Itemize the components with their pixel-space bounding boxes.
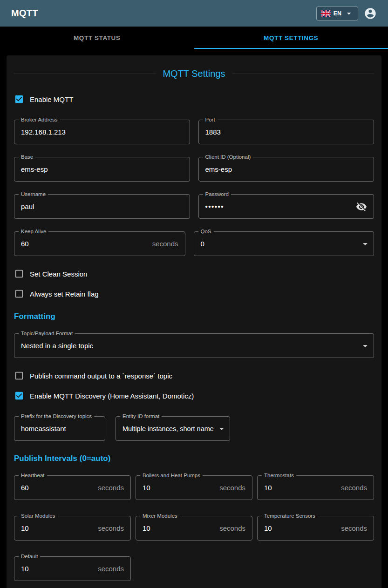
- qos-select[interactable]: QoS 0: [194, 231, 374, 256]
- base-input[interactable]: Base ems-esp: [14, 157, 190, 182]
- intervals-grid: Heartbeat 60 seconds Boilers and Heat Pu…: [14, 475, 374, 581]
- field-value: 10: [143, 484, 150, 492]
- form-row: Prefix for the Discovery topics homeassi…: [14, 416, 374, 441]
- field-label: Prefix for the Discovery topics: [19, 413, 94, 419]
- form-row: Username paul Password ••••••: [14, 194, 374, 219]
- divider-line: [232, 74, 374, 74]
- checkbox-label: Publish command output to a `response` t…: [30, 372, 172, 380]
- topic-payload-format-select[interactable]: Topic/Payload Format Nested in a single …: [14, 333, 374, 358]
- formatting-heading: Formatting: [14, 312, 374, 321]
- field-label: Solar Modules: [19, 513, 58, 519]
- field-value: 10: [143, 524, 150, 532]
- checkbox-unchecked-icon: [14, 289, 24, 299]
- field-label: Password: [203, 191, 231, 197]
- tab-bar: MQTT STATUS MQTT SETTINGS: [0, 27, 388, 49]
- field-label: Broker Address: [19, 117, 60, 122]
- checkbox-label: Set Clean Session: [30, 270, 87, 278]
- field-value: ems-esp: [205, 165, 232, 173]
- field-label: Keep Alive: [19, 229, 48, 234]
- field-value: ••••••: [205, 203, 225, 210]
- app-bar: MQTT EN: [0, 0, 388, 27]
- form-row: Broker Address 192.168.1.213 Port 1883: [14, 120, 374, 144]
- retain-flag-checkbox[interactable]: Always set Retain flag: [14, 289, 374, 299]
- field-value: 60: [21, 484, 29, 492]
- response-topic-checkbox[interactable]: Publish command output to a `response` t…: [14, 371, 374, 381]
- publish-intervals-heading: Publish Intervals (0=auto): [14, 454, 374, 463]
- uk-flag-icon: [321, 10, 331, 17]
- field-suffix: seconds: [98, 484, 124, 492]
- field-value: 10: [264, 484, 272, 492]
- discovery-prefix-input[interactable]: Prefix for the Discovery topics homeassi…: [14, 416, 105, 441]
- visibility-off-icon: [356, 201, 367, 212]
- field-label: Client ID (Optional): [203, 154, 253, 160]
- boilers-interval-input[interactable]: Boilers and Heat Pumps 10 seconds: [136, 475, 252, 500]
- field-value: 10: [264, 524, 272, 532]
- account-circle-icon: [364, 7, 377, 20]
- port-input[interactable]: Port 1883: [198, 120, 374, 144]
- field-value: Multiple instances, short name: [123, 425, 214, 433]
- field-label: Heartbeat: [19, 473, 47, 478]
- app-title: MQTT: [11, 8, 38, 19]
- solar-modules-interval-input[interactable]: Solar Modules 10 seconds: [14, 516, 131, 541]
- set-clean-session-checkbox[interactable]: Set Clean Session: [14, 269, 374, 279]
- field-value: 1883: [205, 128, 221, 136]
- account-button[interactable]: [364, 7, 377, 20]
- enable-mqtt-checkbox[interactable]: Enable MQTT: [14, 94, 374, 104]
- dropdown-arrow-icon: [217, 424, 227, 434]
- entity-id-format-select[interactable]: Entity ID format Multiple instances, sho…: [116, 416, 230, 441]
- field-suffix: seconds: [341, 524, 367, 532]
- tab-mqtt-status[interactable]: MQTT STATUS: [0, 27, 194, 49]
- temperature-sensors-interval-input[interactable]: Temperature Sensors 10 seconds: [257, 516, 374, 541]
- checkbox-checked-icon: [14, 94, 24, 104]
- field-label: Boilers and Heat Pumps: [140, 473, 203, 478]
- field-label: Mixer Modules: [140, 513, 180, 519]
- heartbeat-interval-input[interactable]: Heartbeat 60 seconds: [14, 475, 131, 500]
- field-value: 10: [21, 524, 29, 532]
- tab-mqtt-settings[interactable]: MQTT SETTINGS: [194, 27, 388, 49]
- form-row: Topic/Payload Format Nested in a single …: [14, 333, 374, 358]
- field-value: 10: [21, 565, 29, 573]
- field-value: 192.168.1.213: [21, 128, 66, 136]
- username-input[interactable]: Username paul: [14, 194, 190, 219]
- checkbox-checked-icon: [14, 391, 24, 401]
- page-title: MQTT Settings: [163, 68, 225, 79]
- client-id-input[interactable]: Client ID (Optional) ems-esp: [198, 157, 374, 182]
- password-input[interactable]: Password ••••••: [198, 194, 374, 219]
- field-value: 0: [201, 240, 204, 248]
- thermostats-interval-input[interactable]: Thermostats 10 seconds: [257, 475, 374, 500]
- dropdown-arrow-icon: [360, 238, 371, 250]
- field-suffix: seconds: [152, 240, 178, 248]
- checkbox-label: Enable MQTT Discovery (Home Assistant, D…: [30, 392, 194, 400]
- language-selector[interactable]: EN: [316, 7, 358, 20]
- field-label: Thermostats: [262, 473, 296, 478]
- password-visibility-toggle[interactable]: [356, 201, 367, 212]
- mixer-modules-interval-input[interactable]: Mixer Modules 10 seconds: [136, 516, 252, 541]
- checkbox-unchecked-icon: [14, 269, 24, 279]
- page-title-divider: MQTT Settings: [14, 68, 374, 79]
- field-label: Base: [19, 154, 35, 160]
- field-value: ems-esp: [21, 165, 48, 173]
- dropdown-arrow-icon: [360, 340, 371, 351]
- checkbox-label: Enable MQTT: [30, 95, 73, 103]
- field-value: paul: [21, 203, 34, 210]
- field-suffix: seconds: [219, 524, 245, 532]
- appbar-actions: EN: [316, 7, 377, 20]
- form-row: Base ems-esp Client ID (Optional) ems-es…: [14, 157, 374, 182]
- checkbox-label: Always set Retain flag: [30, 290, 99, 298]
- field-suffix: seconds: [98, 565, 124, 573]
- field-label: Default: [19, 554, 40, 559]
- keep-alive-input[interactable]: Keep Alive 60 seconds: [14, 231, 185, 256]
- field-label: QoS: [198, 229, 214, 234]
- mqtt-discovery-checkbox[interactable]: Enable MQTT Discovery (Home Assistant, D…: [14, 391, 374, 401]
- chevron-down-icon: [344, 9, 354, 18]
- default-interval-input[interactable]: Default 10 seconds: [14, 556, 131, 581]
- form-row: Keep Alive 60 seconds QoS 0: [14, 231, 374, 256]
- field-suffix: seconds: [98, 524, 124, 532]
- field-value: Nested in a single topic: [21, 342, 93, 350]
- language-label: EN: [334, 10, 341, 17]
- checkbox-unchecked-icon: [14, 371, 24, 381]
- divider-line: [14, 74, 156, 74]
- field-label: Username: [19, 191, 48, 197]
- broker-address-input[interactable]: Broker Address 192.168.1.213: [14, 120, 190, 144]
- settings-card: MQTT Settings Enable MQTT Broker Address…: [7, 55, 381, 588]
